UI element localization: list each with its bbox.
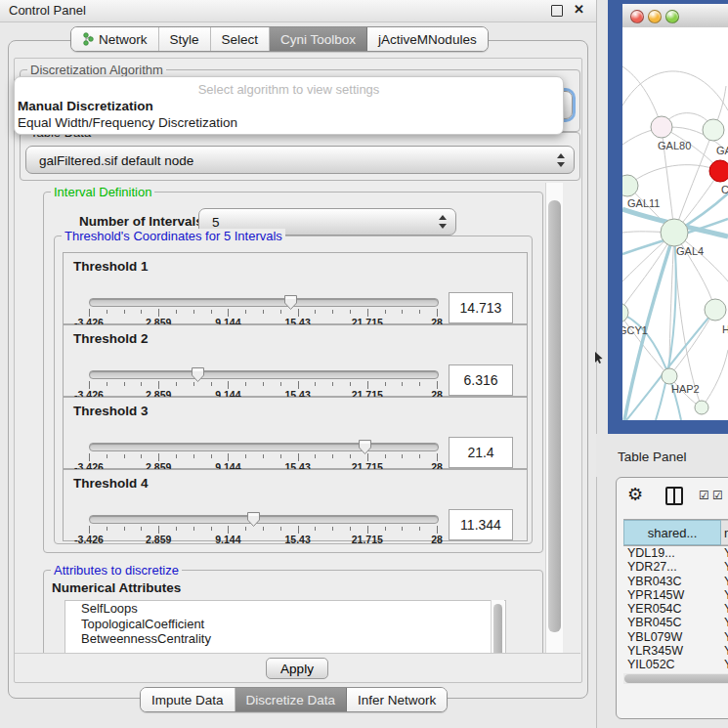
scale-tick-label: 9.144 [215, 534, 240, 545]
tab-infer-network[interactable]: Infer Network [347, 688, 447, 711]
network-node-label: C [721, 184, 728, 195]
table-h-scrollbar[interactable] [623, 673, 728, 684]
gear-icon[interactable]: ⚙ [627, 484, 643, 504]
network-node[interactable] [709, 160, 728, 182]
table-cell[interactable]: YBR043C [623, 575, 721, 588]
table-cell[interactable]: YDR27... [623, 560, 721, 574]
attributes-group-label: Attributes to discretize [51, 563, 182, 578]
attribute-list-item[interactable]: TopologicalCoefficient [65, 617, 505, 632]
table-cell[interactable]: YPR145W [623, 588, 721, 602]
close-traffic-light[interactable] [630, 10, 644, 23]
attribute-list-item[interactable]: BetweennessCentrality [65, 631, 505, 647]
network-view-window[interactable]: GAL80GACGAL11GAL4GCY1HHAP2 [608, 0, 728, 434]
table-header-row: shared...na [623, 520, 728, 546]
scrollbar-thumb[interactable] [493, 604, 502, 653]
table-cell[interactable]: YIL052C [623, 658, 721, 671]
network-node[interactable] [651, 116, 672, 138]
tab-network[interactable]: Network [71, 27, 159, 51]
threshold-slider[interactable] [89, 298, 439, 307]
tab-jactivemnodules[interactable]: jActiveMNodules [367, 27, 488, 51]
network-node[interactable] [661, 219, 688, 246]
table-cell[interactable]: YDR2 [721, 560, 728, 574]
table-cell[interactable]: YBR045C [623, 616, 721, 629]
table-row[interactable]: YDR27...YDR2 [623, 560, 728, 574]
attribute-list-item[interactable]: SelfLoops [65, 601, 505, 617]
numerical-attributes-list[interactable]: SelfLoopsTopologicalCoefficientBetweenne… [64, 600, 506, 653]
table-cell[interactable]: YDL19... [623, 546, 721, 560]
table-row[interactable]: YBR045CYBR0 [623, 616, 728, 629]
mouse-cursor [594, 352, 604, 364]
table-panel-header: Table Panel [596, 434, 728, 477]
settings-scrollbar[interactable] [545, 183, 563, 653]
table-cell[interactable]: YDL1 [721, 546, 728, 560]
table-cell[interactable]: YIL0 [721, 658, 728, 671]
table-cell[interactable]: YLR3 [721, 644, 728, 658]
network-node[interactable] [703, 119, 724, 141]
apply-button[interactable]: Apply [266, 658, 328, 679]
tab-cyni-toolbox[interactable]: Cyni Toolbox [270, 27, 367, 51]
network-canvas[interactable]: GAL80GACGAL11GAL4GCY1HHAP2 [622, 27, 728, 420]
tab-label: Discretize Data [246, 693, 336, 707]
maximize-traffic-light[interactable] [665, 10, 679, 23]
column-header-2[interactable]: na [721, 520, 728, 545]
network-edge[interactable] [674, 233, 702, 407]
table-cell[interactable]: YLR345W [623, 644, 721, 658]
float-window-icon[interactable] [551, 5, 563, 17]
table-cell[interactable]: YER0 [721, 602, 728, 616]
network-node[interactable] [622, 303, 628, 322]
threshold-value-field[interactable]: 14.713 [449, 292, 513, 323]
scrollbar-thumb[interactable] [548, 200, 561, 632]
scale-tick-label: 2.859 [146, 534, 171, 545]
network-node[interactable] [705, 299, 726, 321]
network-node-label: GAL11 [627, 197, 660, 209]
table-panel-title: Table Panel [618, 450, 687, 464]
tab-discretize-data[interactable]: Discretize Data [236, 688, 348, 711]
threshold-value-field[interactable]: 11.344 [449, 509, 513, 540]
network-edge[interactable] [627, 165, 720, 186]
table-cell[interactable]: YBR0 [721, 575, 728, 588]
dropdown-option-manual[interactable]: Manual Discretization [18, 99, 153, 113]
minimize-traffic-light[interactable] [648, 10, 662, 23]
slider-scale-labels: -3.4262.8599.14415.4321.71528 [89, 534, 437, 544]
tab-impute-data[interactable]: Impute Data [141, 688, 236, 711]
dropdown-option-equal-width[interactable]: Equal Width/Frequency Discretization [18, 115, 237, 130]
tab-style[interactable]: Style [159, 27, 211, 51]
table-row[interactable]: YPR145WYPR1 [623, 588, 728, 602]
threshold-label: Threshold 3 [73, 404, 149, 418]
table-row[interactable]: YLR345WYLR3 [623, 644, 728, 658]
close-icon[interactable]: ✕ [574, 2, 584, 17]
network-node[interactable] [695, 401, 708, 414]
table-cell[interactable]: YPR1 [721, 588, 728, 602]
table-row[interactable]: YBR043CYBR0 [623, 575, 728, 588]
tab-select[interactable]: Select [211, 27, 271, 51]
network-edge[interactable] [702, 350, 728, 407]
network-node[interactable] [662, 368, 677, 384]
threshold-value-field[interactable]: 6.316 [449, 364, 513, 396]
numerical-attributes-label: Numerical Attributes [52, 580, 181, 595]
threshold-slider[interactable] [89, 370, 439, 379]
table-row[interactable]: YBL079WYBL0 [623, 630, 728, 644]
threshold-slider[interactable] [89, 515, 439, 524]
table-row[interactable]: YER054CYER0 [623, 602, 728, 616]
table-panel-window: ⚙ ☑ ☑ shared...na YDL19...YDL1YDR27...YD… [616, 477, 728, 719]
threshold-panel-3: Threshold 3-3.4262.8599.14415.4321.71528… [63, 397, 528, 469]
attributes-list-scrollbar[interactable] [491, 600, 504, 653]
table-row[interactable]: YIL052CYIL0 [623, 658, 728, 671]
table-cell[interactable]: YER054C [623, 602, 721, 616]
column-header-1[interactable]: shared... [623, 520, 721, 545]
threshold-value-field[interactable]: 21.4 [449, 437, 513, 468]
tab-label: Network [99, 32, 148, 47]
network-edge[interactable] [622, 71, 728, 110]
checkbox-icon[interactable]: ☑ [699, 489, 709, 502]
table-data-combobox[interactable]: galFiltered.sif default node [25, 146, 575, 174]
table-cell[interactable]: YBR0 [721, 616, 728, 629]
network-node-label: HAP2 [671, 383, 700, 395]
scrollbar-thumb[interactable] [624, 674, 728, 683]
table-row[interactable]: YDL19...YDL1 [623, 546, 728, 560]
threshold-slider[interactable] [89, 443, 439, 451]
split-columns-icon[interactable] [665, 487, 683, 505]
checkbox-icon[interactable]: ☑ [712, 489, 723, 502]
table-cell[interactable]: YBL079W [623, 630, 721, 644]
network-edge[interactable] [669, 310, 715, 376]
table-cell[interactable]: YBL0 [721, 630, 728, 644]
